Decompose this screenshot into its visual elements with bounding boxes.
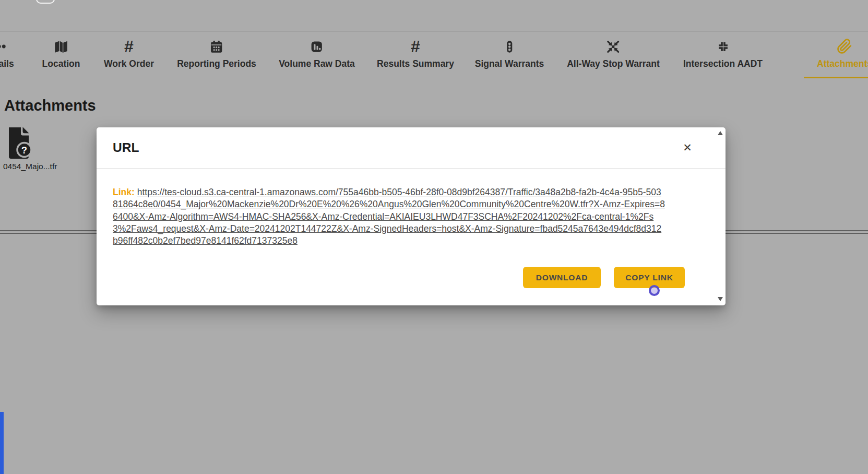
tab-attachments[interactable]: Attachments [817, 39, 868, 69]
intersection-icon [716, 39, 730, 54]
tab-label: Attachments [817, 58, 868, 69]
tab-label: All-Way Stop Warrant [567, 58, 660, 69]
tab-results-summary[interactable]: # Results Summary [377, 39, 454, 69]
dialog-title: URL [113, 140, 139, 155]
paperclip-icon [837, 39, 852, 54]
tab-label: Location [42, 58, 80, 69]
tab-bar: Details Location # Work Order Repo [0, 32, 868, 79]
tab-signal-warrants[interactable]: Signal Warrants [475, 39, 544, 69]
dialog-body: Link: https://tes-cloud.s3.ca-central-1.… [113, 186, 665, 247]
traffic-signal-icon [502, 39, 516, 54]
tab-all-way-stop-warrant[interactable]: All-Way Stop Warrant [567, 39, 660, 69]
tab-label: Signal Warrants [475, 58, 544, 69]
tab-intersection-aadt[interactable]: Intersection AADT [683, 39, 763, 69]
hash-icon: # [124, 39, 134, 54]
page-title: Attachments [4, 97, 96, 114]
link-line: Link: https://tes-cloud.s3.ca-central-1.… [113, 186, 665, 247]
calendar-icon [210, 39, 224, 54]
copy-link-button[interactable]: COPY LINK [614, 267, 685, 288]
tab-label: Volume Raw Data [279, 58, 355, 69]
tab-volume-raw-data[interactable]: Volume Raw Data [279, 39, 355, 69]
attachment-file-tile[interactable]: ? 0454_Majo...tfr [3, 126, 71, 171]
tab-label: Details [0, 58, 14, 69]
scroll-up-arrow[interactable] [718, 131, 723, 135]
dialog-header-divider [97, 168, 726, 169]
svg-text:?: ? [21, 145, 27, 156]
signed-url-link[interactable]: https://tes-cloud.s3.ca-central-1.amazon… [113, 187, 665, 246]
converge-arrows-icon [605, 39, 621, 54]
tab-label: Intersection AADT [683, 58, 763, 69]
tab-details[interactable]: Details [0, 39, 14, 69]
bar-chart-icon [310, 39, 324, 54]
map-icon [54, 39, 68, 54]
tab-label: Work Order [104, 58, 154, 69]
click-indicator [649, 285, 660, 296]
tab-label: Reporting Periods [177, 58, 256, 69]
tab-reporting-periods[interactable]: Reporting Periods [177, 39, 256, 69]
tab-label: Results Summary [377, 58, 454, 69]
file-document-icon: ? [3, 151, 33, 160]
ellipsis-icon [0, 39, 6, 54]
scroll-down-arrow[interactable] [718, 297, 723, 301]
partial-top-button[interactable] [36, 0, 55, 4]
hash-icon: # [411, 39, 420, 54]
tab-location[interactable]: Location [42, 39, 80, 69]
link-label: Link: [113, 187, 135, 197]
tab-work-order[interactable]: # Work Order [104, 39, 154, 69]
close-icon[interactable]: ✕ [681, 141, 694, 155]
active-tab-underline [804, 77, 868, 78]
file-name-label: 0454_Majo...tfr [3, 162, 71, 171]
download-button[interactable]: DOWNLOAD [523, 267, 601, 288]
left-blue-strip [0, 412, 4, 474]
url-dialog: URL ✕ Link: https://tes-cloud.s3.ca-cent… [97, 127, 726, 305]
